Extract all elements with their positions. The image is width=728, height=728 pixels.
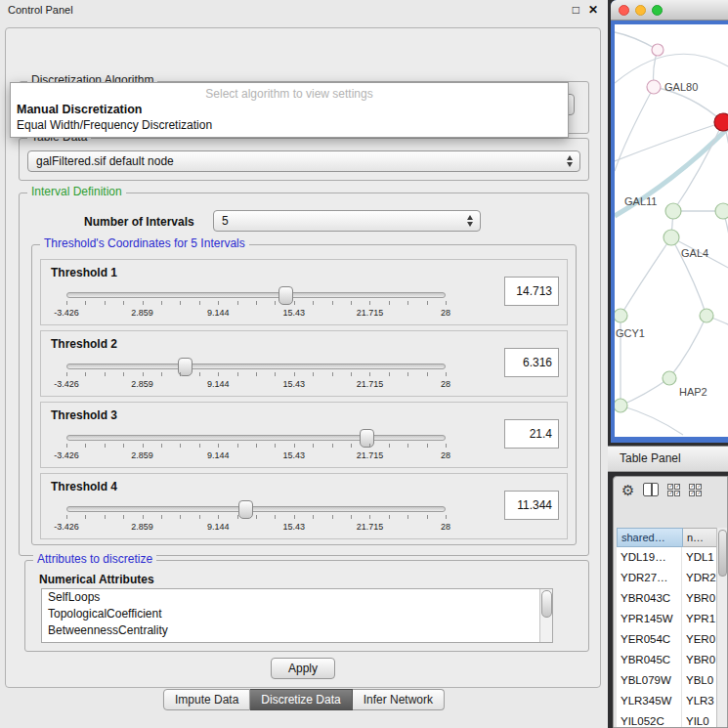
- slider-track[interactable]: [66, 292, 446, 298]
- slider-track[interactable]: [66, 364, 446, 369]
- network-node[interactable]: [715, 203, 728, 219]
- control-panel-titlebar: Control Panel □ ✕: [0, 0, 608, 20]
- dropdown-option-equal-width-frequency[interactable]: Equal Width/Frequency Discretization: [11, 117, 568, 133]
- attributes-scrollbar[interactable]: [539, 589, 552, 642]
- attribute-list-item[interactable]: SelfLoops: [42, 589, 552, 606]
- slider-track[interactable]: [66, 435, 446, 441]
- table-scrollbar[interactable]: [716, 528, 727, 727]
- threshold-value-input[interactable]: 11.344: [504, 491, 559, 520]
- close-traffic-light[interactable]: [619, 5, 629, 16]
- network-edge[interactable]: [615, 32, 658, 50]
- zoom-traffic-light[interactable]: [652, 5, 663, 16]
- attribute-list-item[interactable]: TopologicalCoefficient: [42, 606, 552, 622]
- settings-gear-icon[interactable]: ⚙: [621, 483, 634, 497]
- select-all-attributes-icon[interactable]: [689, 484, 702, 496]
- cell-shared-name: YLR345W: [617, 691, 681, 711]
- slider-thumb[interactable]: [360, 429, 374, 448]
- network-node[interactable]: [647, 80, 661, 94]
- table-data-combobox-value: galFiltered.sif default node: [36, 154, 174, 168]
- network-canvas[interactable]: GAL80GAL11GAL4GCY1HAP2: [615, 24, 728, 437]
- threshold-label: Threshold 2: [51, 337, 117, 351]
- table-row[interactable]: YBR043CYBR0: [617, 588, 716, 609]
- combo-stepper-icon: [564, 155, 576, 167]
- node-label: HAP2: [679, 386, 707, 398]
- network-node[interactable]: [665, 203, 681, 219]
- network-edge[interactable]: [673, 122, 723, 211]
- tick-label: 2.859: [131, 450, 153, 460]
- network-node[interactable]: [663, 371, 676, 385]
- threshold-slider[interactable]: -3.4262.8599.14415.4321.71528: [66, 357, 446, 394]
- tab-infer-network[interactable]: Infer Network: [353, 689, 445, 710]
- attributes-group: Attributes to discretize Numerical Attri…: [24, 560, 589, 652]
- tick-label: 9.144: [207, 522, 230, 532]
- column-layout-icon[interactable]: [643, 483, 659, 496]
- tick-label: -3.426: [54, 379, 79, 389]
- close-icon[interactable]: ✕: [588, 4, 598, 16]
- table-row[interactable]: YBR045CYBR0: [617, 650, 716, 670]
- apply-button[interactable]: Apply: [271, 658, 335, 679]
- network-edge[interactable]: [621, 237, 671, 316]
- network-edge[interactable]: [621, 378, 669, 406]
- tick-label: 28: [441, 522, 450, 532]
- numerical-attributes-label: Numerical Attributes: [39, 573, 154, 586]
- table-row[interactable]: YLR345WYLR3: [617, 691, 716, 711]
- tick-label: -3.426: [54, 450, 79, 460]
- table-row[interactable]: YDL19…YDL1: [617, 547, 716, 568]
- column-header-shared-name[interactable]: shared…: [617, 528, 683, 547]
- network-node[interactable]: [615, 399, 627, 412]
- threshold-value-input[interactable]: 6.316: [504, 348, 559, 377]
- cell-name: YDL1: [681, 547, 716, 568]
- threshold-panel-4: Threshold 4 -3.4262.8599.14415.4321.7152…: [40, 473, 568, 539]
- network-node[interactable]: [664, 230, 679, 245]
- tab-label: Infer Network: [364, 693, 433, 707]
- tick-label: 21.715: [357, 450, 384, 460]
- tick-label: 9.144: [207, 450, 230, 460]
- tab-discretize-data[interactable]: Discretize Data: [250, 689, 352, 710]
- thresholds-group: Threshold's Coordinates for 5 Intervals …: [31, 244, 577, 545]
- network-edge[interactable]: [621, 406, 683, 435]
- threshold-panel-1: Threshold 1 -3.4262.8599.14415.4321.7152…: [40, 259, 568, 325]
- minimize-traffic-light[interactable]: [635, 5, 646, 16]
- tick-label: 21.715: [357, 308, 384, 318]
- slider-track[interactable]: [66, 506, 446, 512]
- tab-label: Impute Data: [175, 693, 238, 707]
- network-node[interactable]: [700, 309, 713, 322]
- cell-shared-name: YPR145W: [617, 609, 681, 629]
- interval-definition-group: Interval Definition Number of Intervals …: [19, 193, 589, 556]
- tick-label: 15.43: [283, 308, 306, 318]
- network-node[interactable]: [714, 113, 728, 131]
- dropdown-option-manual-discretization[interactable]: Manual Discretization: [11, 102, 568, 117]
- cell-name: YLR3: [681, 691, 716, 711]
- table-row[interactable]: YIL052CYIL0: [617, 711, 716, 727]
- numerical-attributes-list[interactable]: SelfLoopsTopologicalCoefficientBetweenne…: [41, 588, 553, 643]
- network-edge[interactable]: [669, 316, 707, 378]
- table-panel-titlebar[interactable]: Table Panel: [608, 446, 728, 472]
- table-data-combobox[interactable]: galFiltered.sif default node: [27, 150, 580, 172]
- threshold-slider[interactable]: -3.4262.8599.14415.4321.71528: [66, 428, 446, 465]
- float-window-icon[interactable]: □: [573, 4, 579, 16]
- table-row[interactable]: YER054CYER0: [617, 629, 716, 650]
- slider-thumb[interactable]: [238, 500, 253, 519]
- attribute-list-item[interactable]: BetweennessCentrality: [42, 622, 552, 639]
- table-row[interactable]: YDR27…YDR2: [617, 568, 716, 588]
- network-node[interactable]: [652, 44, 664, 56]
- network-edge[interactable]: [615, 54, 728, 83]
- scrollbar-thumb[interactable]: [541, 590, 552, 618]
- slider-thumb[interactable]: [278, 286, 293, 305]
- number-of-intervals-combobox[interactable]: 5: [213, 210, 481, 232]
- select-attributes-icon[interactable]: [667, 484, 680, 496]
- tab-impute-data[interactable]: Impute Data: [163, 689, 250, 710]
- cell-name: YBR0: [681, 588, 716, 609]
- threshold-slider[interactable]: -3.4262.8599.14415.4321.71528: [66, 499, 446, 536]
- number-of-intervals-label: Number of Intervals: [84, 215, 194, 229]
- threshold-slider[interactable]: -3.4262.8599.14415.4321.71528: [66, 285, 446, 322]
- network-node[interactable]: [615, 309, 627, 322]
- table-row[interactable]: YBL079WYBL0: [617, 670, 716, 691]
- threshold-value-input[interactable]: 21.4: [504, 419, 559, 449]
- table-row[interactable]: YPR145WYPR1: [617, 609, 716, 629]
- cell-name: YDR2: [681, 568, 716, 588]
- table-body: YDL19…YDL1YDR27…YDR2YBR043CYBR0YPR145WYP…: [617, 547, 716, 727]
- threshold-value-input[interactable]: 14.713: [504, 277, 559, 306]
- network-window-titlebar: [611, 0, 728, 21]
- scrollbar-thumb[interactable]: [718, 530, 727, 577]
